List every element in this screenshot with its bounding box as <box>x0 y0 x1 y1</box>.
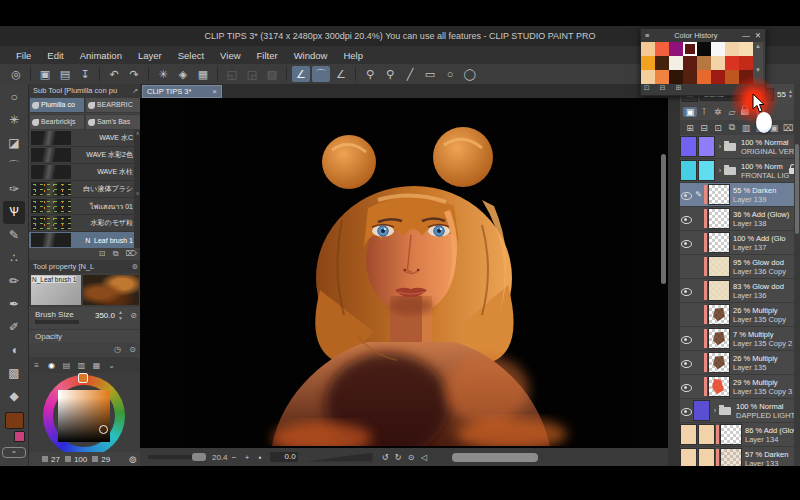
color-slider-tab[interactable]: ▤ <box>59 361 74 370</box>
save-file-icon[interactable]: ↧ <box>76 66 94 82</box>
layer-row[interactable]: 7 % MultiplyLayer 135 Copy 2 <box>680 327 800 351</box>
visibility-eye-icon[interactable] <box>681 384 692 392</box>
calligraphy-pen-icon[interactable]: ✒ <box>3 293 25 316</box>
rectangle-shape-icon[interactable]: ▭ <box>421 66 439 82</box>
panel-menu-icon[interactable]: ↗ <box>132 84 138 97</box>
canvas-horizontal-scrollbar[interactable] <box>452 453 538 462</box>
color-set-tab[interactable]: ▥ <box>74 361 89 370</box>
rotation-value[interactable]: 0.0 <box>270 452 298 462</box>
line-shape-icon[interactable]: ╱ <box>401 66 419 82</box>
history-swatch[interactable] <box>669 70 683 84</box>
color-wheel-tab[interactable]: ◉ <box>44 361 59 370</box>
eyedropper-icon[interactable]: ✑ <box>3 178 25 201</box>
clear-icon[interactable]: ✳ <box>154 66 172 82</box>
straight-line-icon[interactable]: ∠ <box>292 66 310 82</box>
layer-row-folder[interactable]: › 100 % NormalORIGINAL VERSIO <box>680 135 800 159</box>
history-swatch[interactable] <box>641 42 655 56</box>
layer-opacity-value[interactable]: 55 <box>777 90 786 99</box>
layer-row[interactable]: 100 % Add (GloLayer 137 <box>680 231 800 255</box>
layer-row[interactable]: 29 % MultiplyLayer 135 Copy 3 <box>680 375 800 399</box>
brush-item[interactable]: 水彩のモザ粒 <box>29 215 141 232</box>
layer-row[interactable]: 36 % Add (Glow)Layer 138 <box>680 207 800 231</box>
menu-animation[interactable]: Animation <box>72 50 130 61</box>
sub-tool-tab-bearbric[interactable]: BEARBRIC <box>85 97 141 113</box>
expand-caret-icon[interactable]: › <box>716 143 724 150</box>
layer-row[interactable]: 95 % Glow dodLayer 136 Copy <box>680 255 800 279</box>
saturation-value[interactable]: 100 <box>74 455 87 464</box>
polyline-icon[interactable]: ∠ <box>332 66 350 82</box>
brush-item[interactable]: WAVE 水彩2色 <box>29 147 141 164</box>
minimize-icon[interactable]: — <box>742 31 750 40</box>
layer-row[interactable]: 26 % MultiplyLayer 135 Copy <box>680 303 800 327</box>
history-swatch[interactable] <box>683 56 697 70</box>
rotate-ccw-button[interactable]: ↺ <box>379 453 392 462</box>
menu-layer[interactable]: Layer <box>130 50 170 61</box>
blend-icon[interactable]: ◖ <box>3 339 25 362</box>
menu-select[interactable]: Select <box>170 50 212 61</box>
grass-brush-icon[interactable]: Ѱ <box>3 201 25 224</box>
visibility-eye-icon[interactable] <box>681 192 692 200</box>
history-swatch[interactable] <box>683 70 697 84</box>
magic-wand-icon[interactable]: ✳ <box>3 109 25 132</box>
delete-brush-icon[interactable]: ⌦ <box>126 249 137 258</box>
marker-icon[interactable]: ✐ <box>3 316 25 339</box>
sv-selector[interactable] <box>99 425 108 434</box>
pencil-icon[interactable]: ✏ <box>3 270 25 293</box>
layer-opacity-stepper[interactable]: ▲▼ <box>788 89 793 99</box>
history-swatch[interactable] <box>697 70 711 84</box>
layer-row[interactable]: 86 % Add (Glow)Layer 134 <box>680 423 800 447</box>
hue-handle[interactable] <box>78 373 88 383</box>
rotate-cw-button[interactable]: ↻ <box>392 453 405 462</box>
undo-icon[interactable]: ↶ <box>105 66 123 82</box>
zoom-out-button[interactable]: − <box>228 453 241 462</box>
delete-layer-icon[interactable]: ⌧ <box>781 123 795 133</box>
zoom-slider[interactable] <box>148 455 206 459</box>
pen-icon[interactable]: ✎ <box>3 224 25 247</box>
zoom-out-icon[interactable]: ⚲ <box>381 66 399 82</box>
history-swatch[interactable] <box>697 42 711 56</box>
clip-studio-logo-icon[interactable]: ◎ <box>7 66 25 82</box>
new-vector-layer-icon[interactable]: ⊟ <box>697 123 711 133</box>
new-folder-icon[interactable]: ⊡ <box>711 123 725 133</box>
layer-row[interactable]: 57 % DarkenLayer 133 <box>680 447 800 466</box>
layer-row[interactable]: 26 % MultiplyLayer 135 <box>680 351 800 375</box>
history-swatch[interactable] <box>641 56 655 70</box>
duplicate-brush-icon[interactable]: ⧉ <box>113 249 119 258</box>
history-action-icon-1[interactable]: ⊡ <box>644 84 650 91</box>
history-swatch[interactable] <box>725 56 739 70</box>
new-canvas-icon[interactable]: ▣ <box>36 66 54 82</box>
open-file-icon[interactable]: ▤ <box>56 66 74 82</box>
close-icon[interactable]: ✕ <box>755 31 761 40</box>
history-swatch[interactable] <box>669 42 683 56</box>
fill-bucket-icon[interactable]: ◆ <box>3 385 25 408</box>
fill-icon[interactable]: ◈ <box>174 66 192 82</box>
history-swatch[interactable] <box>697 56 711 70</box>
fit-to-screen-button[interactable]: ▪ <box>254 453 267 462</box>
crop-icon[interactable]: ▦ <box>194 66 212 82</box>
saturation-value-box[interactable] <box>58 390 110 442</box>
import-brush-icon[interactable]: ⊡ <box>99 249 106 258</box>
history-swatch[interactable] <box>655 70 669 84</box>
visibility-eye-icon[interactable] <box>681 240 692 248</box>
tab-overflow-icon[interactable]: ⌄ <box>104 361 119 370</box>
circle-shape-icon[interactable]: ○ <box>441 66 459 82</box>
eraser-icon[interactable]: ◪ <box>3 132 25 155</box>
brush-size-value[interactable]: 350.0 <box>95 311 115 320</box>
visibility-eye-icon[interactable] <box>681 336 692 344</box>
history-action-icon-2[interactable]: ⊟ <box>660 84 666 91</box>
history-swatch[interactable] <box>655 56 669 70</box>
history-swatch[interactable] <box>711 42 725 56</box>
curve-icon[interactable]: ⌒ <box>3 155 25 178</box>
duplicate-layer-icon[interactable]: ⧉ <box>725 122 739 133</box>
brush-item[interactable]: ไฟแสงนาว 01 <box>29 198 141 215</box>
lasso-icon[interactable]: ○ <box>3 86 25 109</box>
portrait-painting[interactable] <box>182 100 630 446</box>
color-mode-toggle-icon[interactable]: ⊚ <box>129 454 137 465</box>
brush-item[interactable]: 白い液体ブラシ <box>29 181 141 198</box>
main-color-wave-button[interactable]: ≈ <box>2 447 26 458</box>
layer-row-folder[interactable]: › 100 % NormalDAPPLED LIGHT <box>680 399 800 423</box>
brush-item[interactable]: WAVE 水柱 <box>29 164 141 181</box>
back-button[interactable]: ◁ <box>418 453 431 462</box>
rotation-slider[interactable] <box>307 453 373 462</box>
menu-view[interactable]: View <box>212 50 248 61</box>
